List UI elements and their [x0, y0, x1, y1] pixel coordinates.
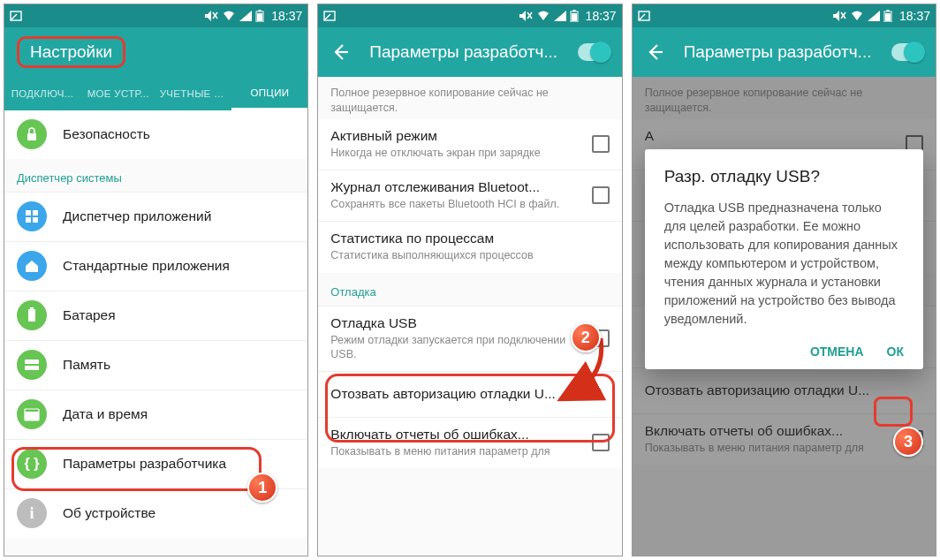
page-title: Настройки	[17, 36, 125, 68]
pane-devopts: 18:37 Параметры разработч... Полное резе…	[317, 4, 622, 556]
svg-rect-11	[28, 309, 35, 322]
svg-rect-9	[26, 217, 31, 223]
svg-rect-30	[885, 13, 891, 21]
dialog-ok-button[interactable]: ОК	[887, 344, 904, 359]
label: Об устройстве	[63, 505, 295, 521]
status-time: 18:37	[586, 9, 617, 23]
row-date-time[interactable]: Дата и время	[4, 390, 307, 439]
row-memory[interactable]: Память	[4, 340, 307, 390]
label: Отладка USB	[330, 315, 575, 331]
checkbox[interactable]	[592, 434, 610, 451]
row-bug-report-shortcut[interactable]: Включать отчеты об ошибках... Показывать…	[318, 417, 621, 468]
tab-options[interactable]: ОПЦИИ	[231, 77, 307, 110]
label: Безопасность	[63, 126, 295, 142]
svg-rect-29	[886, 10, 889, 11]
devopts-master-toggle[interactable]	[578, 43, 610, 61]
usb-debugging-checkbox[interactable]	[592, 329, 610, 347]
label: Стандартные приложения	[63, 258, 295, 274]
info-icon: i	[17, 498, 47, 528]
checkbox[interactable]	[592, 135, 610, 153]
section-system-manager: Диспетчер системы	[4, 159, 307, 192]
svg-rect-10	[33, 217, 38, 223]
svg-rect-23	[572, 13, 577, 21]
mute-icon	[832, 10, 846, 22]
wifi-icon	[222, 11, 236, 21]
checkbox[interactable]	[592, 186, 610, 204]
arrow-left-icon	[330, 42, 350, 62]
svg-rect-12	[30, 307, 34, 309]
label: Параметры разработчика	[63, 456, 295, 472]
page-title: Параметры разработч...	[369, 42, 577, 62]
battery-icon	[883, 10, 892, 22]
status-bar: 18:37	[4, 4, 307, 27]
tab-mydevice[interactable]: МОЕ УСТР...	[80, 88, 156, 99]
screenshot-icon	[323, 10, 336, 22]
dialog-body: Отладка USB предназначена только для цел…	[664, 199, 904, 329]
battery-icon	[255, 10, 264, 22]
sublabel: Режим отладки запускается при подключени…	[330, 333, 575, 362]
back-button[interactable]	[645, 42, 664, 62]
storage-icon	[17, 350, 47, 380]
settings-toolbar: Настройки	[4, 27, 307, 77]
devopts-master-toggle[interactable]	[891, 43, 923, 61]
calendar-icon	[17, 399, 47, 429]
status-bar: 18:37	[633, 4, 936, 27]
sublabel: Сохранять все пакеты Bluetooth HCI в фай…	[330, 197, 575, 211]
row-about-device[interactable]: i Об устройстве	[4, 488, 307, 538]
label: Батарея	[63, 307, 295, 323]
label: Отозвать авторизацию отладки U...	[330, 386, 609, 402]
label: Включать отчеты об ошибках...	[330, 427, 575, 443]
settings-list[interactable]: Безопасность Диспетчер системы Диспетчер…	[4, 110, 307, 556]
row-revoke-usb-auth[interactable]: Отозвать авторизацию отладки U...	[318, 371, 621, 417]
pane-settings: 18:37 Настройки ПОДКЛЮЧ... МОЕ УСТР... У…	[4, 4, 308, 556]
apps-icon	[17, 201, 47, 231]
braces-icon: { }	[17, 449, 47, 479]
status-bar: 18:37	[318, 4, 621, 27]
pane-dialog: 18:37 Параметры разработч... Полное резе…	[632, 4, 936, 556]
row-usb-debugging[interactable]: Отладка USB Режим отладки запускается пр…	[318, 306, 621, 372]
row-battery[interactable]: Батарея	[4, 291, 307, 340]
home-icon	[17, 251, 47, 281]
svg-rect-22	[572, 10, 575, 11]
tab-accounts[interactable]: УЧЕТНЫЕ З...	[156, 88, 232, 99]
sublabel: Никогда не отключать экран при зарядке	[330, 146, 575, 160]
wifi-icon	[536, 11, 550, 21]
status-time: 18:37	[271, 9, 302, 23]
row-developer-options[interactable]: { } Параметры разработчика	[4, 439, 307, 488]
tab-connections[interactable]: ПОДКЛЮЧ...	[4, 88, 80, 99]
screenshot-icon	[10, 10, 22, 22]
label: Активный режим	[330, 128, 575, 144]
arrow-left-icon	[645, 42, 664, 62]
cell-signal-icon	[868, 11, 880, 21]
cell-signal-icon	[239, 11, 252, 21]
row-process-stats[interactable]: Статистика по процессам Статистика выпол…	[318, 221, 621, 272]
devopts-list[interactable]: Полное резервное копирование сейчас не з…	[318, 77, 621, 556]
page-title: Параметры разработч...	[684, 42, 891, 62]
row-stay-awake[interactable]: Активный режим Никогда не отключать экра…	[318, 119, 621, 170]
svg-rect-6	[27, 133, 36, 140]
backup-hint: Полное резервное копирование сейчас не з…	[318, 77, 621, 119]
wifi-icon	[850, 11, 864, 21]
dialog-cancel-button[interactable]: ОТМЕНА	[810, 344, 864, 359]
status-time: 18:37	[899, 9, 930, 23]
dialog-title: Разр. отладку USB?	[664, 167, 904, 186]
mute-icon	[519, 10, 533, 22]
settings-tabs: ПОДКЛЮЧ... МОЕ УСТР... УЧЕТНЫЕ З... ОПЦИ…	[4, 77, 307, 110]
svg-rect-13	[25, 359, 39, 364]
back-button[interactable]	[330, 42, 350, 62]
section-debug: Отладка	[318, 273, 621, 306]
label: Дата и время	[63, 406, 295, 422]
row-security[interactable]: Безопасность	[4, 110, 307, 159]
battery-icon	[570, 10, 579, 22]
devopts-toolbar: Параметры разработч...	[318, 27, 621, 77]
label: Журнал отслеживания Bluetoot...	[330, 179, 575, 195]
mute-icon	[204, 10, 218, 22]
row-default-apps[interactable]: Стандартные приложения	[4, 241, 307, 291]
row-bt-hci-log[interactable]: Журнал отслеживания Bluetoot... Сохранят…	[318, 170, 621, 221]
svg-rect-8	[33, 210, 38, 216]
label: Диспетчер приложений	[63, 208, 295, 224]
battery-icon	[17, 300, 47, 330]
devopts-list-dimmed: Полное резервное копирование сейчас не з…	[633, 77, 936, 556]
row-app-manager[interactable]: Диспетчер приложений	[4, 192, 307, 241]
sublabel: Показывать в меню питания параметр для	[330, 444, 575, 458]
